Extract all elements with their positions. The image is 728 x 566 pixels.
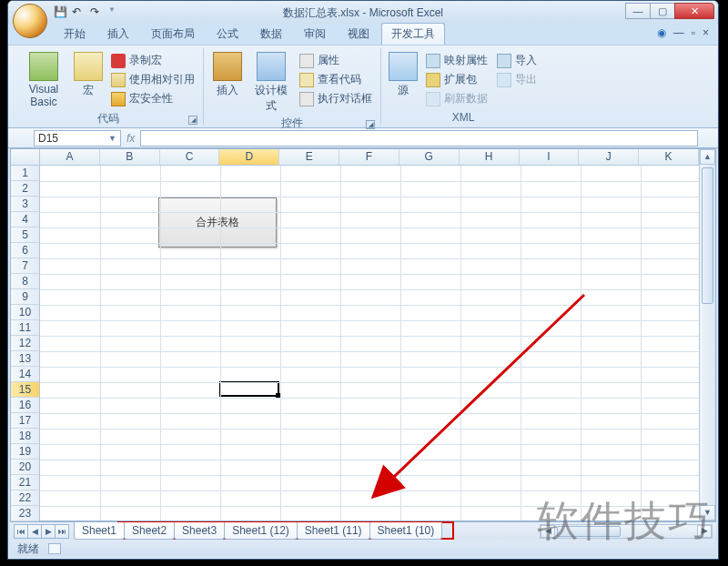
row-header[interactable]: 17 <box>11 413 39 429</box>
row-header[interactable]: 2 <box>11 181 39 197</box>
ribbon-tab-0[interactable]: 开始 <box>54 23 96 45</box>
last-sheet-button[interactable]: ⏭ <box>55 524 69 539</box>
next-sheet-button[interactable]: ▶ <box>41 524 56 539</box>
select-all-button[interactable] <box>11 149 40 166</box>
map-props-button[interactable]: 映射属性 <box>423 52 490 69</box>
dialog-launcher-icon[interactable]: ◢ <box>366 120 375 129</box>
col-header[interactable]: D <box>219 149 279 165</box>
merge-tables-button[interactable]: 合并表格 <box>158 197 277 248</box>
close-button[interactable]: ✕ <box>674 3 714 19</box>
minimize-button[interactable]: — <box>625 3 651 19</box>
horizontal-scrollbar[interactable]: ◀ ▶ <box>540 524 713 539</box>
insert-control-button[interactable]: 插入 <box>209 50 246 100</box>
row-header[interactable]: 9 <box>11 289 39 305</box>
properties-button[interactable]: 属性 <box>297 52 375 69</box>
sheet-tab[interactable]: Sheet1 (11) <box>297 522 370 540</box>
export-button[interactable]: 导出 <box>494 71 540 88</box>
row-headers: 1234567891011121314151617181920212223 <box>11 166 40 521</box>
redo-icon[interactable]: ↷ <box>90 5 105 20</box>
macro-indicator-icon[interactable] <box>48 543 61 554</box>
dialog-launcher-icon[interactable]: ◢ <box>188 116 197 125</box>
ribbon-tab-4[interactable]: 数据 <box>250 23 292 45</box>
qat-dropdown-icon[interactable]: ▼ <box>108 5 123 20</box>
help-icon[interactable]: ◉ <box>657 26 666 39</box>
row-header[interactable]: 23 <box>11 506 39 521</box>
col-header[interactable]: E <box>279 149 339 165</box>
props-icon <box>299 54 314 68</box>
scroll-left-icon[interactable]: ◀ <box>541 525 555 538</box>
col-header[interactable]: F <box>339 149 399 165</box>
visual-basic-button[interactable]: Visual Basic <box>19 50 68 110</box>
scroll-right-icon[interactable]: ▶ <box>697 525 712 538</box>
row-header[interactable]: 12 <box>11 336 39 351</box>
min-ribbon-icon[interactable]: — <box>673 26 684 39</box>
sheet-tab[interactable]: Sheet2 <box>124 522 175 540</box>
chevron-down-icon[interactable]: ▼ <box>108 134 116 143</box>
first-sheet-button[interactable]: ⏮ <box>14 524 28 539</box>
design-mode-button[interactable]: 设计模式 <box>249 50 293 116</box>
row-header[interactable]: 1 <box>11 166 39 181</box>
name-box[interactable]: D15▼ <box>34 130 121 147</box>
ribbon-tab-1[interactable]: 插入 <box>97 23 139 45</box>
row-header[interactable]: 4 <box>11 212 39 227</box>
undo-icon[interactable]: ↶ <box>72 5 86 20</box>
source-button[interactable]: 源 <box>387 50 420 100</box>
sheet-tab[interactable]: Sheet3 <box>174 522 225 540</box>
row-header[interactable]: 20 <box>11 460 39 475</box>
maximize-button[interactable]: ▢ <box>650 3 675 19</box>
ribbon-tab-5[interactable]: 审阅 <box>294 23 336 45</box>
col-header[interactable]: J <box>579 149 639 165</box>
col-header[interactable]: B <box>100 149 160 165</box>
row-header[interactable]: 15 <box>11 382 39 398</box>
close-workbook-icon[interactable]: × <box>703 26 709 39</box>
sheet-tab[interactable]: Sheet1 (12) <box>224 522 298 540</box>
restore-workbook-icon[interactable]: ▫ <box>692 26 695 39</box>
col-header[interactable]: H <box>460 149 520 165</box>
formula-input[interactable] <box>140 130 698 147</box>
row-header[interactable]: 6 <box>11 243 39 258</box>
record-macro-button[interactable]: 录制宏 <box>108 52 197 69</box>
row-header[interactable]: 16 <box>11 398 39 413</box>
office-button[interactable] <box>13 4 47 38</box>
row-header[interactable]: 5 <box>11 227 39 243</box>
row-header[interactable]: 13 <box>11 351 39 367</box>
col-header[interactable]: G <box>399 149 460 165</box>
col-header[interactable]: K <box>639 149 699 165</box>
macro-security-button[interactable]: 宏安全性 <box>108 90 197 107</box>
ribbon-tab-6[interactable]: 视图 <box>338 23 379 45</box>
ribbon-tab-2[interactable]: 页面布局 <box>141 23 205 45</box>
col-header[interactable]: A <box>40 149 100 165</box>
run-dialog-button[interactable]: 执行对话框 <box>297 90 375 107</box>
scroll-thumb[interactable] <box>702 167 713 304</box>
refresh-data-button[interactable]: 刷新数据 <box>423 90 490 107</box>
relative-ref-button[interactable]: 使用相对引用 <box>108 71 197 88</box>
ribbon-tab-3[interactable]: 公式 <box>207 23 248 45</box>
sheet-tab[interactable]: Sheet1 (10) <box>369 522 443 540</box>
scroll-down-icon[interactable]: ▼ <box>700 505 715 521</box>
macros-button[interactable]: 宏 <box>72 50 105 100</box>
col-header[interactable]: I <box>520 149 580 165</box>
hscroll-thumb[interactable] <box>557 526 621 537</box>
row-header[interactable]: 21 <box>11 475 39 490</box>
save-icon[interactable]: 💾 <box>54 5 68 20</box>
row-header[interactable]: 22 <box>11 490 39 506</box>
row-header[interactable]: 3 <box>11 197 39 212</box>
row-header[interactable]: 14 <box>11 367 39 382</box>
prev-sheet-button[interactable]: ◀ <box>27 524 42 539</box>
row-header[interactable]: 7 <box>11 258 39 274</box>
row-header[interactable]: 10 <box>11 305 39 320</box>
vertical-scrollbar[interactable]: ▲ ▼ <box>699 149 715 521</box>
row-header[interactable]: 18 <box>11 429 39 444</box>
ribbon-tab-7[interactable]: 开发工具 <box>381 23 445 45</box>
row-header[interactable]: 11 <box>11 320 39 336</box>
cell-grid[interactable]: 合并表格 <box>40 166 699 521</box>
fx-icon[interactable]: fx <box>126 132 135 145</box>
import-button[interactable]: 导入 <box>494 52 540 69</box>
col-header[interactable]: C <box>160 149 220 165</box>
expansion-pack-button[interactable]: 扩展包 <box>423 71 490 88</box>
sheet-tab[interactable]: Sheet1 <box>74 522 125 540</box>
row-header[interactable]: 19 <box>11 444 39 460</box>
scroll-up-icon[interactable]: ▲ <box>700 149 715 165</box>
row-header[interactable]: 8 <box>11 274 39 289</box>
view-code-button[interactable]: 查看代码 <box>297 71 375 88</box>
